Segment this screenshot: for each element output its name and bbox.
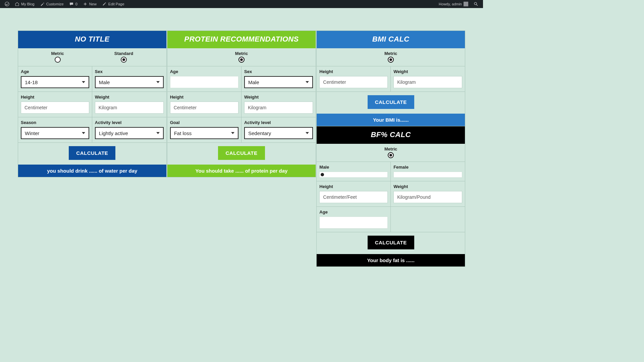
empty-cell [391, 206, 465, 232]
home-icon [15, 2, 19, 6]
field-label: Goal [170, 120, 238, 125]
bf-button-row: CALCULATE [317, 232, 465, 254]
bmi-calculate-button[interactable]: CALCULATE [368, 95, 414, 109]
comments-link[interactable]: 0 [66, 0, 80, 8]
bf-unit-metric[interactable]: Metric [384, 146, 397, 158]
water-weight-input[interactable]: Kilogram [95, 102, 164, 114]
slider-thumb-icon [321, 173, 324, 176]
wp-admin-bar: My Blog Customize 0 New Edit Page Howdy,… [0, 0, 483, 8]
field-label: Season [21, 120, 89, 125]
chevron-down-icon [82, 81, 85, 83]
water-button-row: CALCULATE [18, 142, 166, 165]
unit-label: Metric [384, 146, 397, 152]
bmi-weight-input[interactable]: Kilogram [393, 76, 462, 88]
page-content: NO TITLE Metric Standard Age 14-18 [0, 8, 483, 267]
water-unit-standard[interactable]: Standard [114, 51, 133, 63]
radio-icon [238, 57, 245, 63]
edit-page-label: Edit Page [108, 2, 124, 6]
protein-units: Metric [167, 48, 316, 66]
protein-sex-select[interactable]: Male [244, 76, 313, 88]
bmi-units: Metric [317, 48, 465, 66]
bmi-title: BMI CALC [317, 31, 465, 48]
new-link[interactable]: New [80, 0, 99, 8]
field-label: Weight [244, 95, 313, 100]
water-units: Metric Standard [18, 48, 166, 66]
water-unit-metric[interactable]: Metric [51, 51, 64, 63]
edit-page-link[interactable]: Edit Page [99, 0, 127, 8]
chevron-down-icon [156, 132, 160, 134]
bmi-result: Your BMI is...... [317, 114, 465, 126]
search-icon [474, 2, 478, 6]
field-label: Weight [393, 184, 462, 189]
site-name: My Blog [21, 2, 35, 6]
bf-widget: BF% CALC Metric Male Female Height [316, 126, 465, 267]
protein-age-input[interactable] [170, 76, 238, 88]
water-height-input[interactable]: Centimeter [21, 102, 89, 114]
field-label: Age [170, 69, 238, 74]
pencil-icon [102, 2, 107, 6]
unit-label: Metric [235, 51, 248, 56]
field-label: Age [21, 69, 89, 74]
bf-female-slider[interactable] [393, 172, 462, 178]
radio-icon [388, 57, 394, 63]
field-label: Activity level [95, 120, 164, 125]
comment-icon [69, 2, 74, 6]
protein-widget-column: PROTEIN RECOMMENDATIONS Metric Age Sex M… [167, 31, 316, 267]
bf-male-slider[interactable] [319, 172, 388, 178]
field-label: Sex [95, 69, 164, 74]
water-widget: NO TITLE Metric Standard Age 14-18 [18, 31, 167, 177]
bmi-button-row: CALCULATE [317, 92, 465, 114]
protein-height-input[interactable]: Centimeter [170, 102, 238, 114]
bmi-unit-metric[interactable]: Metric [384, 51, 397, 63]
customize-link[interactable]: Customize [37, 0, 66, 8]
site-name-link[interactable]: My Blog [12, 0, 37, 8]
water-widget-column: NO TITLE Metric Standard Age 14-18 [18, 31, 167, 267]
unit-label: Metric [51, 51, 64, 56]
water-season-select[interactable]: Winter [21, 127, 89, 139]
water-result: you should drink ...... of water per day [18, 165, 166, 177]
bf-result: Your body fat is ...... [317, 254, 465, 266]
greeting-text: Howdy, admin [439, 2, 462, 6]
protein-activity-select[interactable]: Sedentary [244, 127, 313, 139]
bf-title: BF% CALC [317, 126, 465, 144]
protein-calculate-button[interactable]: CALCULATE [218, 146, 265, 160]
protein-unit-metric[interactable]: Metric [235, 51, 248, 63]
protein-button-row: CALCULATE [167, 142, 316, 165]
svg-point-1 [474, 2, 477, 5]
select-value: Sedentary [248, 130, 271, 136]
water-activity-select[interactable]: Lightly active [95, 127, 164, 139]
chevron-down-icon [82, 132, 85, 134]
field-label: Weight [393, 69, 462, 74]
search-toggle[interactable] [471, 0, 481, 8]
water-sex-select[interactable]: Male [95, 76, 164, 88]
bmi-height-input[interactable]: Centimeter [319, 76, 388, 88]
water-age-select[interactable]: 14-18 [21, 76, 89, 88]
chevron-down-icon [306, 81, 309, 83]
protein-fields: Age Sex Male Height Centimeter Weight [167, 66, 316, 142]
new-label: New [89, 2, 97, 6]
customize-label: Customize [46, 2, 64, 6]
radio-icon [121, 57, 127, 63]
field-label: Male [319, 165, 388, 170]
chevron-down-icon [306, 132, 309, 134]
select-value: Fat loss [174, 130, 192, 136]
bf-calculate-button[interactable]: CALCULATE [368, 236, 414, 249]
bf-weight-input[interactable]: Kilogram/Pound [393, 191, 462, 203]
water-fields: Age 14-18 Sex Male Height Centimeter [18, 66, 166, 142]
water-calculate-button[interactable]: CALCULATE [69, 146, 115, 160]
adminbar-left: My Blog Customize 0 New Edit Page [2, 0, 127, 8]
field-label: Height [319, 69, 388, 74]
bf-age-input[interactable] [319, 217, 388, 229]
radio-icon [55, 57, 61, 63]
bf-units: Metric [317, 144, 465, 162]
bf-height-input[interactable]: Centimeter/Feet [319, 191, 388, 203]
protein-goal-select[interactable]: Fat loss [170, 127, 238, 139]
protein-weight-input[interactable]: Kilogram [244, 102, 313, 114]
bmi-widget: BMI CALC Metric Height Centimeter Weight… [316, 31, 465, 126]
wp-logo[interactable] [2, 0, 12, 8]
right-column: BMI CALC Metric Height Centimeter Weight… [316, 31, 465, 267]
user-greeting[interactable]: Howdy, admin [436, 0, 471, 8]
protein-widget: PROTEIN RECOMMENDATIONS Metric Age Sex M… [167, 31, 316, 177]
field-label: Female [393, 165, 462, 170]
field-label: Weight [95, 95, 164, 100]
